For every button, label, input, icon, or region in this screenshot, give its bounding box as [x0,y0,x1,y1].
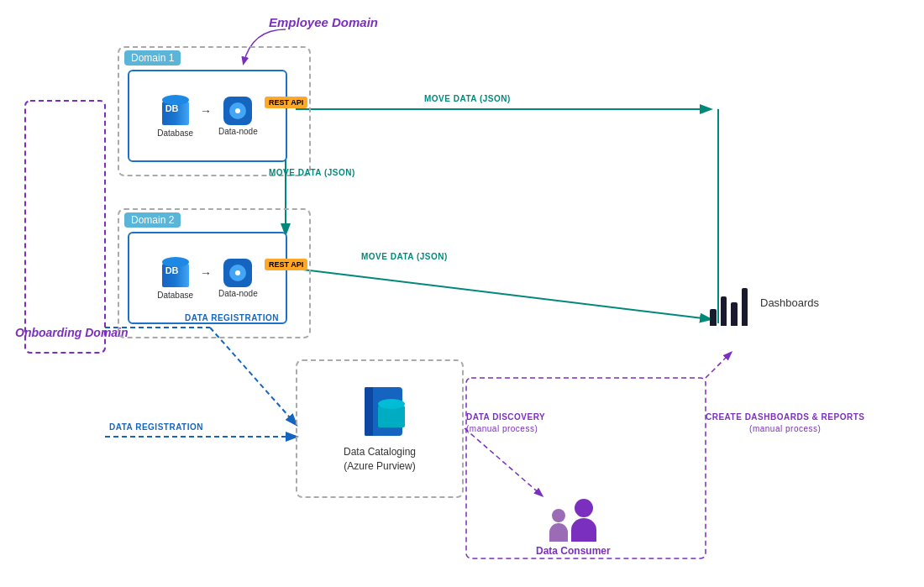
move-data-label-1: MOVE DATA (JSON) [424,94,511,103]
svg-line-8 [465,428,542,495]
rest-api-badge-1: REST API [265,97,307,108]
dashboards-container: Dashboards [706,275,819,330]
data-discovery-label: DATA DISCOVERY(manual process) [466,411,545,435]
rest-api-badge-2: REST API [265,259,307,270]
db-label-2: Database [157,291,193,300]
move-data-label-2: MOVE DATA (JSON) [269,168,355,177]
svg-line-2 [296,269,710,319]
domain2-inner-box: DB Database → Data-node [128,232,287,324]
domain2-label: Domain 2 [124,212,181,228]
head-sm [552,509,565,522]
db-group-1: DB Database [157,95,193,138]
rest-api-text-2: REST API [269,260,303,269]
datanode-icon-2 [223,259,252,287]
head-lg [575,499,593,517]
catalog-outer-box: Data Cataloging(Azure Purview) [296,359,464,498]
create-dashboards-text: CREATE DASHBOARDS & REPORTS(manual proce… [706,412,864,433]
dashboards-icon [706,275,752,330]
diagram-container: Employee Domain Onboarding Domain Domain… [0,0,924,587]
datanode-label-2: Data-node [218,289,258,298]
datanode-label-1: Data-node [218,127,258,136]
person-small [549,509,568,542]
catalog-cylinder [378,399,405,429]
data-reg-label-2: DATA REGISTRATION [109,422,203,432]
onboarding-domain-label: Onboarding Domain [15,326,129,339]
domain1-inner-box: DB Database → Data-node [128,70,287,162]
svg-line-5 [210,328,296,424]
domain1-label: Domain 1 [124,50,181,66]
dashboards-label: Dashboards [760,296,819,309]
move-data-text-1: MOVE DATA (JSON) [424,94,511,103]
datanode-group-2: Data-node [218,259,258,298]
data-reg-label-1: DATA REGISTRATION [185,313,279,322]
svg-line-10 [706,353,731,378]
person-large [571,499,596,542]
arrow-db-dn-1: → [200,104,212,118]
consumer-icon [543,495,602,542]
consumer-label: Data Consumer [536,545,611,557]
svg-rect-7 [25,101,105,353]
db-group-2: DB Database [157,257,193,300]
datanode-group-1: Data-node [218,97,258,136]
consumer-container: Data Consumer [536,495,611,557]
catalog-icon [354,384,405,438]
move-data-label-3: MOVE DATA (JSON) [361,252,448,261]
arrow-db-dn-2: → [200,266,212,280]
data-discovery-text: DATA DISCOVERY(manual process) [466,412,545,433]
db-icon-1: DB [162,95,189,127]
rest-api-text-1: REST API [269,98,303,107]
body-sm [549,523,568,542]
data-reg-text-2: DATA REGISTRATION [109,422,203,432]
move-data-text-3: MOVE DATA (JSON) [361,252,448,261]
move-data-text-2: MOVE DATA (JSON) [269,168,355,177]
data-reg-text-1: DATA REGISTRATION [185,313,279,322]
create-dashboards-label: CREATE DASHBOARDS & REPORTS(manual proce… [706,411,864,435]
datanode-icon-1 [223,97,252,125]
db-icon-2: DB [162,257,189,289]
catalog-label: Data Cataloging(Azure Purview) [344,445,416,474]
body-lg [571,518,596,542]
db-label-1: Database [157,128,193,138]
catalog-book-spine [365,387,373,436]
